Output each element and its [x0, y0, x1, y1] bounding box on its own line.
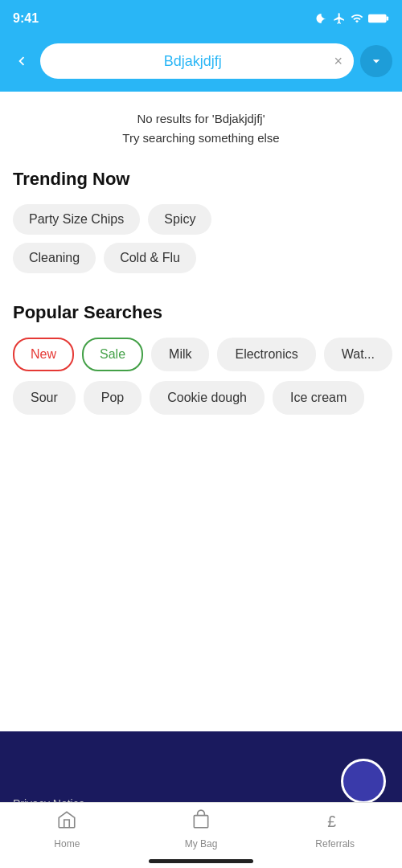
popular-title: Popular Searches	[13, 302, 389, 323]
popular-row2: Sour Pop Cookie dough Ice cream	[13, 381, 389, 415]
no-results-line1: No results for 'Bdjakjdjfj'	[21, 109, 381, 129]
trending-section: Trending Now Party Size Chips Spicy Clea…	[13, 169, 389, 273]
status-icons	[315, 12, 389, 25]
popular-tag-pop[interactable]: Pop	[84, 381, 142, 415]
svg-rect-2	[387, 16, 389, 20]
status-bar: 9:41	[0, 0, 402, 35]
main-content: No results for 'Bdjakjdjfj' Try searchin…	[0, 92, 402, 415]
battery-icon	[368, 13, 389, 24]
wifi-icon	[351, 12, 363, 25]
trending-tags-row2: Cleaning Cold & Flu	[13, 243, 389, 273]
search-input-wrap[interactable]: Bdjakjdjfj ×	[40, 43, 354, 79]
popular-tag-wat[interactable]: Wat...	[324, 338, 392, 371]
bag-icon	[191, 809, 211, 835]
nav-label-referrals: Referrals	[315, 838, 355, 850]
dropdown-button[interactable]	[360, 45, 392, 77]
popular-tag-ice-cream[interactable]: Ice cream	[273, 381, 364, 415]
popular-tag-milk[interactable]: Milk	[151, 338, 209, 371]
bottom-nav: Home My Bag £ Referrals	[0, 802, 402, 868]
tag-party-size-chips[interactable]: Party Size Chips	[13, 204, 140, 235]
popular-tag-sale[interactable]: Sale	[82, 338, 143, 371]
back-icon	[13, 52, 31, 70]
no-results-message: No results for 'Bdjakjdjfj' Try searchin…	[13, 92, 389, 169]
trending-tags-row1: Party Size Chips Spicy	[13, 204, 389, 235]
popular-tag-cookie-dough[interactable]: Cookie dough	[150, 381, 265, 415]
nav-item-home[interactable]: Home	[0, 809, 134, 850]
popular-row1: New Sale Milk Electronics Wat...	[13, 338, 389, 371]
referrals-icon: £	[325, 809, 346, 835]
search-clear-button[interactable]: ×	[334, 53, 343, 70]
nav-item-my-bag[interactable]: My Bag	[134, 809, 269, 850]
svg-text:£: £	[327, 813, 336, 830]
nav-label-my-bag: My Bag	[185, 838, 218, 850]
popular-tag-electronics[interactable]: Electronics	[217, 338, 315, 371]
nav-item-referrals[interactable]: £ Referrals	[268, 809, 402, 850]
tag-spicy[interactable]: Spicy	[148, 204, 211, 235]
home-indicator-bar	[149, 859, 253, 863]
home-icon	[56, 809, 77, 835]
search-bar-area: Bdjakjdjfj ×	[0, 35, 402, 92]
chevron-down-icon	[368, 53, 384, 69]
nav-label-home: Home	[54, 838, 80, 850]
status-time: 9:41	[13, 11, 39, 26]
svg-rect-4	[194, 816, 207, 828]
no-results-line2: Try searching something else	[21, 129, 381, 148]
back-button[interactable]	[10, 52, 34, 70]
search-query-text: Bdjakjdjfj	[51, 53, 334, 70]
moon-icon	[315, 12, 328, 25]
trending-title: Trending Now	[13, 169, 389, 190]
dark-circle-button[interactable]	[341, 759, 386, 804]
tag-cleaning[interactable]: Cleaning	[13, 243, 96, 273]
popular-tag-new[interactable]: New	[13, 338, 74, 371]
airplane-icon	[333, 12, 346, 25]
popular-section: Popular Searches New Sale Milk Electroni…	[13, 302, 389, 415]
tag-cold-flu[interactable]: Cold & Flu	[104, 243, 196, 273]
popular-tag-sour[interactable]: Sour	[13, 381, 76, 415]
